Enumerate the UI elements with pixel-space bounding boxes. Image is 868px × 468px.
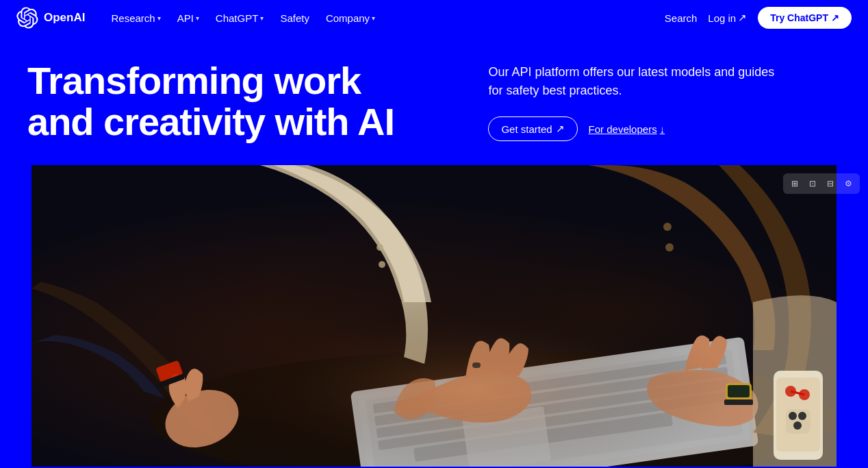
- image-control-settings[interactable]: ⚙: [841, 176, 856, 191]
- hero-description: Our API platform offers our latest model…: [488, 63, 789, 100]
- brand-name: OpenAI: [44, 11, 85, 25]
- hero-image-area: ⊞ ⊡ ⊟ ⚙: [0, 165, 868, 467]
- for-developers-link[interactable]: For developers ↓: [589, 123, 665, 135]
- image-control-minimize[interactable]: ⊡: [805, 176, 820, 191]
- image-control-collapse[interactable]: ⊟: [823, 176, 838, 191]
- nav-right: Search Log in ↗ Try ChatGPT ↗: [665, 7, 852, 29]
- hero-scene: [0, 165, 868, 467]
- hero-title: Transforming work and creativity with AI: [27, 60, 411, 143]
- api-chevron-icon: ▾: [196, 14, 199, 22]
- nav-links: Research ▾ API ▾ ChatGPT ▾ Safety Compan…: [104, 8, 382, 28]
- login-arrow-icon: ↗: [738, 12, 747, 24]
- hero-section: Transforming work and creativity with AI…: [0, 36, 868, 165]
- try-chatgpt-button[interactable]: Try ChatGPT ↗: [758, 7, 852, 29]
- openai-logo-icon: [16, 7, 38, 29]
- try-arrow-icon: ↗: [831, 12, 839, 23]
- nav-chatgpt[interactable]: ChatGPT ▾: [209, 8, 271, 28]
- hero-buttons: Get started ↗ For developers ↓: [488, 116, 665, 141]
- search-link[interactable]: Search: [665, 12, 698, 24]
- nav-left: OpenAI Research ▾ API ▾ ChatGPT ▾ Safety…: [16, 7, 382, 29]
- image-control-expand[interactable]: ⊞: [787, 176, 802, 191]
- chatgpt-chevron-icon: ▾: [260, 14, 264, 22]
- svg-rect-32: [0, 165, 868, 467]
- nav-research[interactable]: Research ▾: [104, 8, 167, 28]
- openai-logo[interactable]: OpenAI: [16, 7, 85, 29]
- hero-left: Transforming work and creativity with AI: [27, 60, 474, 143]
- blue-border-left: [0, 165, 31, 467]
- for-developers-arrow-icon: ↓: [660, 123, 665, 135]
- hero-right: Our API platform offers our latest model…: [474, 60, 841, 141]
- blue-border-right: [837, 165, 868, 467]
- hero-scene-svg: [0, 165, 868, 467]
- nav-api[interactable]: API ▾: [170, 8, 206, 28]
- get-started-button[interactable]: Get started ↗: [488, 116, 577, 141]
- company-chevron-icon: ▾: [372, 14, 375, 22]
- nav-company[interactable]: Company ▾: [319, 8, 382, 28]
- get-started-arrow-icon: ↗: [556, 123, 565, 135]
- main-nav: OpenAI Research ▾ API ▾ ChatGPT ▾ Safety…: [0, 0, 868, 36]
- image-controls: ⊞ ⊡ ⊟ ⚙: [783, 173, 860, 194]
- login-link[interactable]: Log in ↗: [708, 12, 747, 24]
- research-chevron-icon: ▾: [157, 14, 161, 22]
- nav-safety[interactable]: Safety: [273, 8, 316, 28]
